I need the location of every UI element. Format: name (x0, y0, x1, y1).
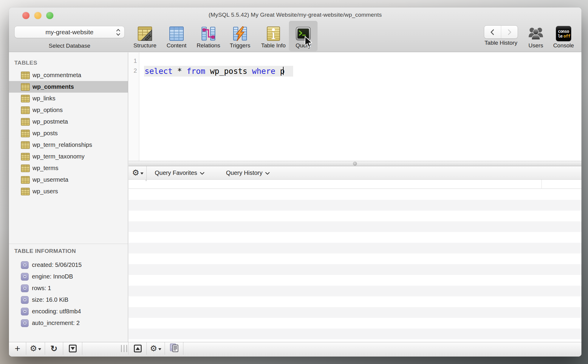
relations-icon (201, 26, 216, 41)
select-database-label: Select Database (14, 43, 125, 49)
splitter-handle-icon[interactable] (353, 162, 357, 166)
toggle-editor-pane-button[interactable] (129, 342, 147, 355)
history-forward-button[interactable] (501, 26, 518, 38)
close-window-button[interactable] (22, 12, 30, 19)
table-name: wp_term_taxonomy (33, 153, 85, 160)
sql-token-plain: * (177, 67, 187, 76)
table-information-header: TABLE INFORMATION (14, 248, 76, 254)
database-selector-value: my-great-website (45, 29, 93, 36)
sql-text-line: select * from wp_posts where p (145, 66, 284, 77)
console-icon-text-2: le (558, 34, 562, 38)
table-name: wp_options (33, 107, 63, 113)
sidebar-table-row[interactable]: wp_links (9, 93, 128, 104)
sidebar-table-row[interactable]: wp_postmeta (9, 116, 128, 127)
query-editor[interactable]: 1 2 select * from wp_posts where p (129, 52, 581, 161)
table-info-icon (266, 26, 281, 41)
table-information-row: created: 5/06/2015 (9, 259, 128, 271)
results-table-header (129, 180, 581, 189)
history-back-button[interactable] (484, 26, 501, 38)
column-divider (541, 180, 542, 189)
table-name: wp_users (33, 188, 58, 195)
field-attribute-icon (21, 319, 29, 327)
query-favorites-menu[interactable]: Query Favorites (155, 166, 205, 179)
result-actions-gear-button[interactable]: ⚙ (147, 342, 165, 355)
table-information-row: size: 16.0 KiB (9, 294, 128, 306)
table-name: wp_links (33, 95, 55, 102)
toolbar-structure-button[interactable]: Structure (131, 21, 159, 51)
tables-list: wp_commentmeta wp_comments wp_links (9, 69, 128, 197)
app-window: (MySQL 5.5.42) My Great Website/my-great… (9, 7, 581, 357)
sidebar: TABLES wp_commentmeta wp_comments (9, 52, 128, 342)
table-grid-icon (21, 164, 30, 172)
gear-icon: ⚙ (150, 345, 157, 353)
toolbar-users-button[interactable]: Users (523, 21, 548, 51)
console-icon-state: off (564, 34, 570, 38)
query-history-menu[interactable]: Query History (226, 166, 270, 179)
box-down-triangle-icon (69, 345, 77, 352)
table-information-text: created: 5/06/2015 (32, 262, 82, 268)
sidebar-table-row[interactable]: wp_usermeta (9, 174, 128, 186)
table-grid-icon (21, 71, 30, 79)
query-editor-gear-button[interactable]: ⚙ (132, 166, 143, 179)
table-information-row: encoding: utf8mb4 (9, 306, 128, 317)
sidebar-resize-handle[interactable] (121, 345, 127, 352)
sql-token-keyword: select (145, 67, 177, 76)
toolbar-table-history: Table History (479, 21, 523, 51)
table-grid-icon (21, 188, 30, 195)
sidebar-table-row[interactable]: wp_users (9, 186, 128, 197)
table-information-text: size: 16.0 KiB (32, 296, 68, 303)
table-information-row: rows: 1 (9, 282, 128, 294)
toolbar-structure-label: Structure (133, 42, 156, 49)
dropdown-arrow-icon (158, 348, 161, 350)
tables-section-header: TABLES (14, 60, 37, 66)
table-grid-icon (21, 83, 30, 91)
column-divider (146, 180, 146, 181)
table-name: wp_postmeta (33, 118, 68, 125)
table-actions-gear-button[interactable]: ⚙ (26, 342, 45, 355)
table-name: wp_terms (33, 165, 58, 172)
sidebar-table-row[interactable]: wp_posts (9, 127, 128, 139)
table-history-nav (484, 25, 518, 39)
refresh-tables-button[interactable]: ↻ (45, 342, 63, 355)
sidebar-table-row[interactable]: wp_term_relationships (9, 139, 128, 151)
sidebar-table-row[interactable]: wp_terms (9, 162, 128, 174)
add-table-button[interactable]: + (9, 342, 26, 355)
sidebar-table-row[interactable]: wp_term_taxonomy (9, 151, 128, 162)
copy-results-button[interactable] (165, 342, 183, 355)
toolbar-content-label: Content (167, 42, 187, 49)
zoom-window-button[interactable] (46, 12, 53, 19)
minimize-window-button[interactable] (34, 12, 41, 19)
line-number: 2 (129, 66, 137, 76)
table-name: wp_term_relationships (33, 141, 92, 148)
sql-token-plain: p (280, 67, 285, 76)
sql-token-keyword: where (252, 67, 280, 76)
sidebar-table-row[interactable]: wp_commentmeta (9, 69, 128, 81)
table-name: wp_comments (33, 83, 74, 90)
structure-icon (137, 26, 153, 41)
sidebar-table-row[interactable]: wp_options (9, 104, 128, 116)
sql-tokens: select * from wp_posts where p (145, 67, 285, 76)
toolbar-query-button[interactable]: Query (289, 21, 318, 51)
database-selector[interactable]: my-great-website (14, 26, 125, 38)
content-icon (169, 26, 184, 41)
toolbar-console-button[interactable]: conso leoff Console (550, 21, 578, 51)
field-attribute-icon (21, 308, 29, 315)
toolbar-triggers-button[interactable]: Triggers (226, 21, 254, 51)
console-icon-text-1: conso (558, 29, 571, 34)
table-grid-icon (21, 153, 30, 161)
toolbar-triggers-label: Triggers (230, 42, 250, 49)
sql-token-plain: wp_posts (210, 67, 252, 76)
table-history-label: Table History (485, 40, 517, 46)
toggle-table-info-button[interactable] (63, 342, 82, 355)
gear-icon: ⚙ (30, 345, 37, 353)
table-information-text: engine: InnoDB (32, 273, 73, 280)
table-grid-icon (21, 106, 30, 114)
table-grid-icon (21, 141, 30, 149)
toolbar-content-button[interactable]: Content (162, 21, 191, 51)
sidebar-table-row[interactable]: wp_comments (9, 81, 128, 93)
sidebar-section-divider (9, 244, 128, 244)
toolbar-relations-button[interactable]: Relations (194, 21, 223, 51)
gear-icon: ⚙ (132, 169, 139, 177)
pane-splitter[interactable] (129, 161, 581, 166)
toolbar-table-info-button[interactable]: Table Info (257, 21, 290, 51)
